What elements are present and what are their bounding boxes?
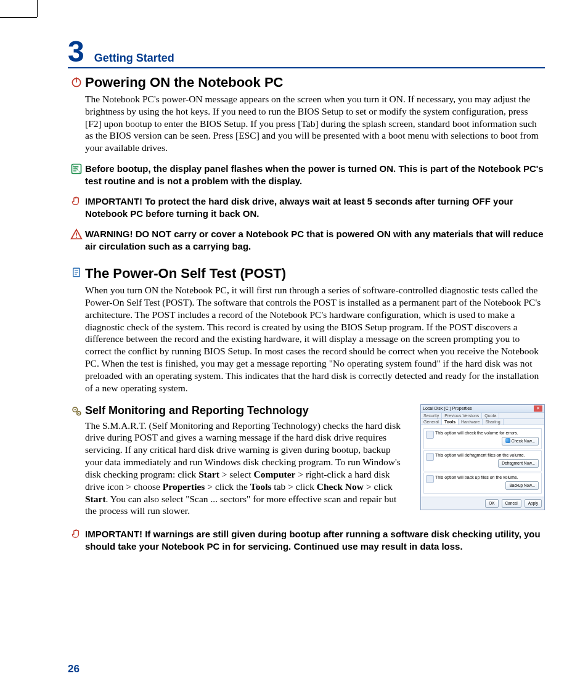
cancel-button: Cancel (502, 499, 521, 508)
svg-point-10 (75, 409, 76, 410)
ok-button: OK (485, 499, 498, 508)
chapter-rule (68, 67, 545, 68)
body-powering-on: The Notebook PC's power-ON message appea… (85, 93, 545, 154)
page-number: 26 (68, 663, 80, 675)
chapter-number: 3 (68, 37, 84, 67)
group-desc: This option will defragment files on the… (435, 453, 539, 457)
disk-check-icon (426, 431, 434, 439)
hand-stop-icon (70, 528, 83, 540)
dialog-tabs-row1: Security Previous Versions Quota (421, 413, 544, 419)
body-post: When you turn ON the Notebook PC, it wil… (85, 284, 545, 394)
chapter-title: Getting Started (94, 52, 174, 67)
heading-smart: Self Monitoring and Reporting Technology (85, 404, 409, 417)
dialog-tab: Hardware (459, 419, 483, 425)
manual-page: 3 Getting Started Powering ON the Notebo… (0, 0, 588, 700)
dialog-tab: Security (421, 413, 442, 418)
dialog-tab: Sharing (483, 419, 503, 425)
dialog-screenshot: Local Disk (C:) Properties ✕ Security Pr… (420, 404, 545, 510)
callout-text: IMPORTANT! To protect the hard disk driv… (85, 195, 545, 219)
dialog-tab: Previous Versions (442, 413, 482, 418)
svg-point-12 (78, 412, 80, 413)
gears-icon (71, 405, 82, 419)
defrag-icon (426, 453, 434, 461)
hand-stop-icon (70, 195, 83, 208)
group-desc: This option will back up files on the vo… (435, 475, 539, 479)
power-icon (70, 76, 83, 88)
dialog-group-backup: This option will back up files on the vo… (423, 473, 542, 494)
svg-point-4 (76, 237, 77, 238)
crop-mark (37, 0, 38, 17)
dialog-tab: Quota (482, 413, 499, 418)
backup-now-button: Backup Now... (505, 481, 539, 490)
body-smart: The S.M.A.R.T. (Self Monitoring and Repo… (85, 420, 409, 518)
dialog-tab: General (421, 419, 442, 425)
callout-important-hdd: IMPORTANT! To protect the hard disk driv… (68, 195, 545, 219)
dialog-tabs-row2: General Tools Hardware Sharing (421, 419, 544, 425)
group-desc: This option will check the volume for er… (435, 431, 539, 435)
note-icon (70, 163, 83, 175)
callout-warning-cover: WARNING! DO NOT carry or cover a Noteboo… (68, 228, 545, 252)
section-post: The Power-On Self Test (POST) When you t… (68, 266, 545, 394)
callout-text: Before bootup, the display panel flashes… (85, 163, 545, 187)
section-smart: Self Monitoring and Reporting Technology… (68, 404, 545, 518)
defrag-now-button: Defragment Now... (498, 459, 539, 468)
dialog-title: Local Disk (C:) Properties (423, 406, 472, 410)
dialog-group-check: This option will check the volume for er… (423, 428, 542, 449)
dialog-tab-active: Tools (442, 419, 459, 425)
callout-important-service: IMPORTANT! If warnings are still given d… (68, 528, 545, 552)
crop-mark (0, 17, 37, 18)
close-icon: ✕ (534, 405, 542, 412)
section-powering-on: Powering ON the Notebook PC The Notebook… (68, 75, 545, 154)
document-icon (71, 267, 82, 280)
callout-note-bootup: Before bootup, the display panel flashes… (68, 163, 545, 187)
callout-text: IMPORTANT! If warnings are still given d… (85, 528, 545, 552)
warning-icon (70, 228, 83, 240)
callout-text: WARNING! DO NOT carry or cover a Noteboo… (85, 228, 545, 252)
apply-button: Apply (525, 499, 542, 508)
chapter-header: 3 Getting Started (68, 37, 545, 67)
check-now-button: Check Now... (502, 437, 539, 446)
heading-powering-on: Powering ON the Notebook PC (85, 75, 545, 91)
backup-icon (426, 475, 434, 483)
heading-post: The Power-On Self Test (POST) (85, 266, 545, 282)
dialog-group-defrag: This option will defragment files on the… (423, 450, 542, 471)
